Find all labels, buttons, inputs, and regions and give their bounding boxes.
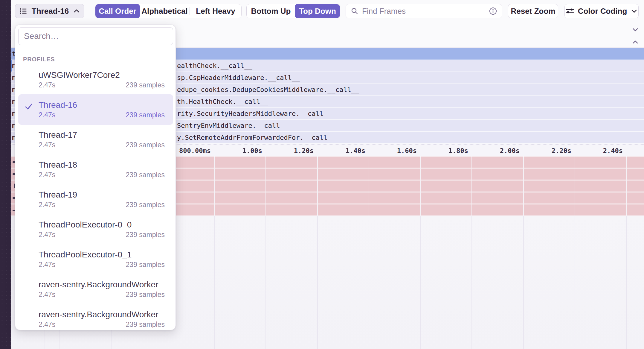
axis-tick: 1.80s [420, 147, 468, 154]
profile-item[interactable]: ThreadPoolExecutor-0_1 2.47s239 samples [18, 244, 173, 274]
chevron-down-icon [631, 26, 639, 34]
thread-list-icon [19, 7, 28, 15]
profile-duration: 2.47s [39, 260, 55, 269]
profile-item[interactable]: Thread-19 2.47s239 samples [18, 184, 173, 214]
frame-label: rity.SecurityHeadersMiddleware.__call__ [177, 110, 332, 117]
profile-samples: 239 samples [126, 110, 165, 119]
frame-label: SentryEnvMiddleware.__call__ [177, 122, 288, 129]
frame-label: edupe_cookies.DedupeCookiesMiddleware.__… [177, 86, 359, 93]
axis-tick: 1.20s [266, 147, 314, 154]
profile-samples: 239 samples [126, 81, 165, 89]
profile-item[interactable]: Thread-18 2.47s239 samples [18, 154, 173, 184]
profiles-section-label: PROFILES [23, 56, 55, 63]
profile-duration: 2.47s [39, 110, 55, 119]
profile-samples: 239 samples [126, 170, 165, 179]
thread-selector-button[interactable]: Thread-16 [15, 4, 84, 18]
frame-label: th.HealthCheck.__call__ [177, 98, 268, 105]
profile-samples: 239 samples [126, 320, 165, 329]
profile-item[interactable]: raven-sentry.BackgroundWorker 2.47s239 s… [18, 304, 173, 334]
axis-tick: 1.60s [369, 147, 417, 154]
chevron-up-icon [73, 7, 80, 15]
profile-name: Thread-16 [39, 100, 165, 110]
profile-search-box [18, 27, 173, 45]
thread-selector-label: Thread-16 [32, 7, 69, 16]
profile-duration: 2.47s [39, 81, 55, 89]
profile-search-input[interactable] [24, 31, 167, 41]
color-coding-label: Color Coding [578, 7, 627, 16]
profile-name: Thread-17 [39, 130, 165, 140]
axis-tick: 2.00s [472, 147, 520, 154]
sliders-icon [565, 7, 574, 16]
frame-edge-accent [11, 60, 12, 72]
chevron-down-icon [631, 7, 638, 15]
axis-tick: 2.40s [575, 147, 623, 154]
color-coding-button[interactable]: Color Coding [564, 4, 639, 18]
profile-duration: 2.47s [39, 170, 55, 179]
axis-tick: 1.00s [214, 147, 262, 154]
profile-selector-dropdown: PROFILES uWSGIWorker7Core2 2.47s239 samp… [15, 25, 176, 330]
tab-call-order[interactable]: Call Order [95, 4, 140, 18]
profile-duration: 2.47s [39, 290, 55, 299]
profile-samples: 239 samples [126, 290, 165, 299]
profile-item-selected[interactable]: Thread-16 2.47s239 samples [18, 94, 173, 125]
profile-name: ThreadPoolExecutor-0_1 [39, 249, 165, 260]
find-frames-input[interactable] [362, 7, 489, 16]
frame-label: sp.CspHeaderMiddleware.__call__ [177, 74, 300, 81]
profile-name: Thread-18 [39, 160, 165, 170]
profile-samples: 239 samples [126, 260, 165, 269]
profile-item[interactable]: ThreadPoolExecutor-0_0 2.47s239 samples [18, 214, 173, 244]
profile-name: uWSGIWorker7Core2 [39, 70, 165, 81]
tab-top-down[interactable]: Top Down [295, 4, 340, 18]
frame-label: y.SetRemoteAddrFromForwardedFor.__call__ [177, 134, 335, 141]
profile-item[interactable]: uWSGIWorker7Core2 2.47s239 samples [18, 64, 173, 94]
chevron-up-icon [631, 38, 639, 46]
info-icon[interactable] [489, 7, 497, 15]
profile-name: ThreadPoolExecutor-0_0 [39, 219, 165, 230]
profile-duration: 2.47s [39, 320, 55, 329]
profile-samples: 239 samples [126, 140, 165, 149]
profile-samples: 239 samples [126, 200, 165, 209]
reset-zoom-button[interactable]: Reset Zoom [508, 4, 558, 18]
tab-bottom-up[interactable]: Bottom Up [247, 4, 295, 18]
profile-item[interactable]: Thread-17 2.47s239 samples [18, 124, 173, 154]
profile-name: raven-sentry.BackgroundWorker [39, 309, 165, 320]
profile-samples: 239 samples [126, 230, 165, 239]
frame-label: ealthCheck.__call__ [177, 62, 252, 69]
left-dark-rail [0, 0, 11, 349]
checkmark-icon [24, 101, 34, 112]
profile-duration: 2.47s [39, 200, 55, 209]
tab-alphabetical[interactable]: Alphabetical [140, 4, 190, 18]
profile-duration: 2.47s [39, 140, 55, 149]
profile-name: raven-sentry.BackgroundWorker [39, 279, 165, 290]
axis-tick: 1.40s [318, 147, 365, 154]
find-frames-search [346, 4, 502, 18]
toolbar: Thread-16 Call Order Alphabetical Left H… [11, 0, 644, 23]
axis-tick: 2.20s [524, 147, 571, 154]
search-icon [351, 7, 358, 15]
sort-order-segmented-control: Call Order Alphabetical Left Heavy [95, 4, 242, 18]
profile-item[interactable]: raven-sentry.BackgroundWorker 2.47s239 s… [18, 274, 173, 304]
direction-segmented-control: Bottom Up Top Down [246, 4, 340, 18]
tab-left-heavy[interactable]: Left Heavy [190, 4, 241, 18]
profile-duration: 2.47s [39, 230, 55, 239]
profile-name: Thread-19 [39, 189, 165, 200]
